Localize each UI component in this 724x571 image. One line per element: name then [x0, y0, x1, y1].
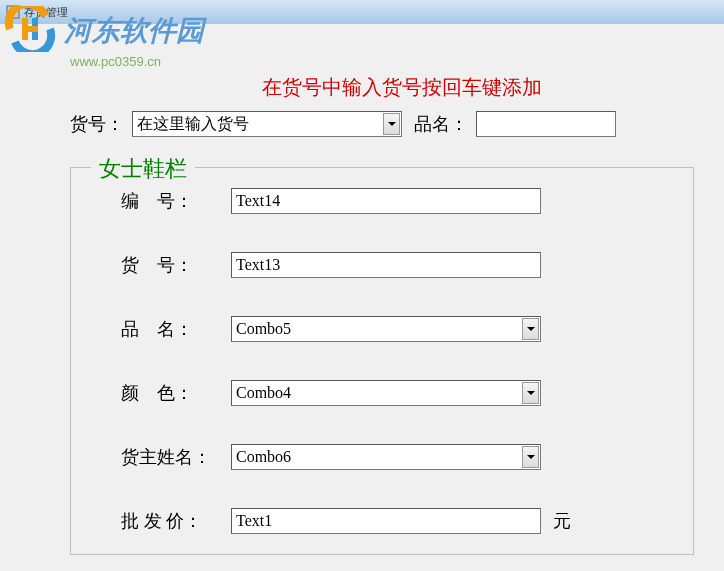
pinming-input[interactable] — [476, 111, 616, 137]
huozhu-label: 货主姓名： — [101, 445, 231, 469]
womens-shoes-fieldset: 女士鞋栏 编 号： 货 号： 品 名： Combo5 颜 色： — [70, 167, 694, 555]
pinming-combo-value: Combo5 — [236, 320, 291, 338]
chevron-down-icon[interactable] — [522, 446, 539, 468]
app-icon — [6, 5, 20, 19]
titlebar: 存货管理 — [0, 0, 724, 24]
yanse-combo-value: Combo4 — [236, 384, 291, 402]
window-title: 存货管理 — [24, 5, 68, 20]
huohao-input[interactable] — [231, 252, 541, 278]
fieldset-legend: 女士鞋栏 — [91, 154, 195, 184]
pifajia-input[interactable] — [231, 508, 541, 534]
row-yanse: 颜 色： Combo4 — [101, 380, 663, 406]
chevron-down-icon[interactable] — [383, 113, 400, 135]
bianhao-input[interactable] — [231, 188, 541, 214]
row-pinming: 品 名： Combo5 — [101, 316, 663, 342]
row-huohao: 货 号： — [101, 252, 663, 278]
huohao-combo-value: 在这里输入货号 — [137, 114, 249, 135]
row-huozhu: 货主姓名： Combo6 — [101, 444, 663, 470]
chevron-down-icon[interactable] — [522, 382, 539, 404]
yanse-label: 颜 色： — [101, 381, 231, 405]
row-pifajia: 批 发 价： 元 — [101, 508, 663, 534]
pifajia-label: 批 发 价： — [101, 509, 231, 533]
yanse-combo[interactable]: Combo4 — [231, 380, 541, 406]
pinming-form-label: 品 名： — [101, 317, 231, 341]
top-search-row: 货号： 在这里输入货号 品名： — [0, 111, 724, 137]
instruction-text: 在货号中输入货号按回车键添加 — [80, 74, 724, 101]
pifajia-unit: 元 — [553, 509, 571, 533]
pinming-combo[interactable]: Combo5 — [231, 316, 541, 342]
huozhu-combo[interactable]: Combo6 — [231, 444, 541, 470]
huohao-label: 货号： — [70, 112, 124, 136]
chevron-down-icon[interactable] — [522, 318, 539, 340]
huohao-combo[interactable]: 在这里输入货号 — [132, 111, 402, 137]
huohao-form-label: 货 号： — [101, 253, 231, 277]
huozhu-combo-value: Combo6 — [236, 448, 291, 466]
bianhao-label: 编 号： — [101, 189, 231, 213]
pinming-label: 品名： — [414, 112, 468, 136]
row-bianhao: 编 号： — [101, 188, 663, 214]
svg-rect-0 — [7, 6, 19, 18]
